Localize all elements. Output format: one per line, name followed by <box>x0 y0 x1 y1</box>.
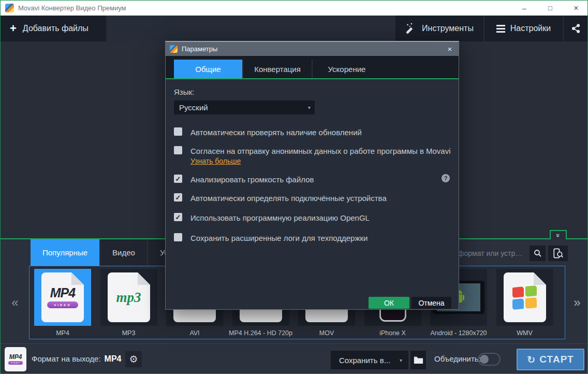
doc-text: mp3 <box>116 291 141 305</box>
open-folder-button[interactable] <box>410 351 426 369</box>
search-button[interactable] <box>530 246 546 261</box>
settings-label: Настройки <box>510 24 551 33</box>
windows-logo-icon <box>512 285 537 309</box>
merge-toggle[interactable] <box>478 353 501 366</box>
share-icon <box>571 23 581 34</box>
dialog-tabrow: ОбщиеКонвертацияУскорение <box>166 56 459 78</box>
dialog-green-separator <box>166 78 459 79</box>
learn-more-link[interactable]: Узнать больше <box>190 157 241 165</box>
format-tile-label: MP4 H.264 - HD 720p <box>229 329 292 337</box>
format-tile[interactable]: WMV <box>496 269 553 337</box>
checkbox-label: Сохранить расширенные логи для техподдер… <box>190 234 368 242</box>
save-to-label: Сохранить в... <box>339 356 390 365</box>
format-tab-Популярные[interactable]: Популярные <box>31 239 99 266</box>
format-tile-icon: MP4VIDEO <box>34 269 91 326</box>
settings-button[interactable]: Настройки <box>484 16 563 41</box>
menu-icon <box>496 23 505 34</box>
search-icon <box>533 249 542 258</box>
dialog-titlebar[interactable]: Параметры × <box>166 42 459 56</box>
start-button[interactable]: ↻ СТАРТ <box>517 349 584 370</box>
magic-wand-icon <box>405 23 417 34</box>
save-to-button[interactable]: Сохранить в... ▾ <box>331 351 408 369</box>
checkbox[interactable] <box>174 233 182 241</box>
dialog-close-button[interactable]: × <box>443 42 457 56</box>
language-value: Русский <box>179 103 208 112</box>
caret-down-icon: ▾ <box>400 357 402 363</box>
collapse-panel-button[interactable]: » <box>550 230 567 239</box>
ok-button[interactable]: ОК <box>369 297 409 309</box>
format-tile-icon <box>496 269 553 326</box>
device-search-button[interactable] <box>548 246 568 261</box>
checkbox[interactable]: ✓ <box>174 193 182 202</box>
checkbox-label: Согласен на отправку анонимных данных о … <box>190 147 451 155</box>
top-toolbar: + Добавить файлы Инструменты Настройки <box>1 16 587 41</box>
format-tile-label: MOV <box>319 329 334 337</box>
language-label: Язык: <box>174 88 194 96</box>
output-doc-badge: VIDEO <box>8 361 23 365</box>
app-logo-icon <box>5 4 14 12</box>
document-icon <box>504 272 546 322</box>
format-tile-label: WMV <box>517 329 533 337</box>
folder-icon <box>414 356 423 364</box>
checkbox-label: Анализировать громкость файлов <box>190 175 314 184</box>
checkbox[interactable] <box>174 146 182 154</box>
format-tile[interactable]: mp3MP3 <box>100 269 157 337</box>
output-format-icon: MP4 VIDEO <box>5 347 26 371</box>
window-titlebar: Movavi Конвертер Видео Премиум – □ × <box>1 1 587 16</box>
output-doc-text: MP4 <box>9 354 22 360</box>
tools-button[interactable]: Инструменты <box>395 16 483 41</box>
format-tab-Видео[interactable]: Видео <box>100 239 147 266</box>
format-tile-label: AVI <box>189 329 199 337</box>
document-icon: mp3 <box>108 272 150 322</box>
checkbox[interactable] <box>174 127 182 136</box>
scroll-right-button[interactable]: » <box>567 266 587 339</box>
language-select[interactable]: Русский ▾ <box>174 100 315 114</box>
cancel-button[interactable]: Отмена <box>411 297 451 309</box>
maximize-button[interactable]: □ <box>541 1 560 16</box>
add-files-label: Добавить файлы <box>23 24 89 33</box>
merge-label: Объединить: <box>434 344 481 374</box>
format-tile-label: MP4 <box>56 329 69 337</box>
checkbox-label: Автоматически определять подключённые ус… <box>190 194 387 203</box>
plus-icon: + <box>10 23 17 34</box>
scroll-left-button[interactable]: « <box>4 266 26 339</box>
format-tile[interactable]: MP4VIDEOMP4 <box>34 269 91 337</box>
format-tile-label: Android - 1280x720 <box>430 329 487 337</box>
checkbox[interactable]: ✓ <box>174 175 182 183</box>
checkbox-label: Автоматически проверять наличие обновлен… <box>190 128 362 137</box>
format-settings-button[interactable]: ⚙ <box>125 351 142 367</box>
add-files-button[interactable]: + Добавить файлы <box>1 16 106 41</box>
toggle-knob <box>480 355 489 364</box>
dialog-tabs: ОбщиеКонвертацияУскорение <box>174 60 381 78</box>
gear-icon: ⚙ <box>129 353 138 365</box>
doc-text: MP4 <box>50 286 75 299</box>
checkbox-label: Использовать программную реализацию Open… <box>190 213 370 222</box>
dialog-app-icon <box>170 45 178 53</box>
close-button[interactable]: × <box>567 1 585 16</box>
help-icon[interactable]: ? <box>442 174 450 182</box>
convert-icon: ↻ <box>527 354 535 366</box>
bottom-bar: MP4 VIDEO Формат на выходе:MP4 ⚙ Сохрани… <box>1 343 587 373</box>
caret-down-icon: ▾ <box>308 105 311 110</box>
device-search-icon <box>552 248 564 259</box>
preferences-dialog: Параметры × ОбщиеКонвертацияУскорение Яз… <box>165 41 459 310</box>
chevrons-down-icon: » <box>555 233 562 237</box>
video-badge: VIDEO <box>47 301 78 308</box>
dialog-tab-Ускорение[interactable]: Ускорение <box>313 60 381 78</box>
format-tile-label: iPhone X <box>379 329 406 337</box>
format-tile-label: MP3 <box>122 329 136 337</box>
dialog-tab-Конвертация[interactable]: Конвертация <box>243 60 312 78</box>
minimize-button[interactable]: – <box>515 1 534 16</box>
dialog-title: Параметры <box>182 42 217 56</box>
checkbox[interactable]: ✓ <box>174 213 182 221</box>
document-icon: MP4VIDEO <box>41 272 84 322</box>
output-format-label: Формат на выходе:MP4 <box>32 344 122 374</box>
start-label: СТАРТ <box>539 354 574 365</box>
output-format-value: MP4 <box>105 354 122 363</box>
window-title: Movavi Конвертер Видео Премиум <box>18 1 126 16</box>
share-button[interactable] <box>564 16 588 41</box>
dialog-tab-Общие[interactable]: Общие <box>174 60 242 78</box>
tools-label: Инструменты <box>422 24 474 33</box>
format-tile-icon: mp3 <box>100 269 157 326</box>
